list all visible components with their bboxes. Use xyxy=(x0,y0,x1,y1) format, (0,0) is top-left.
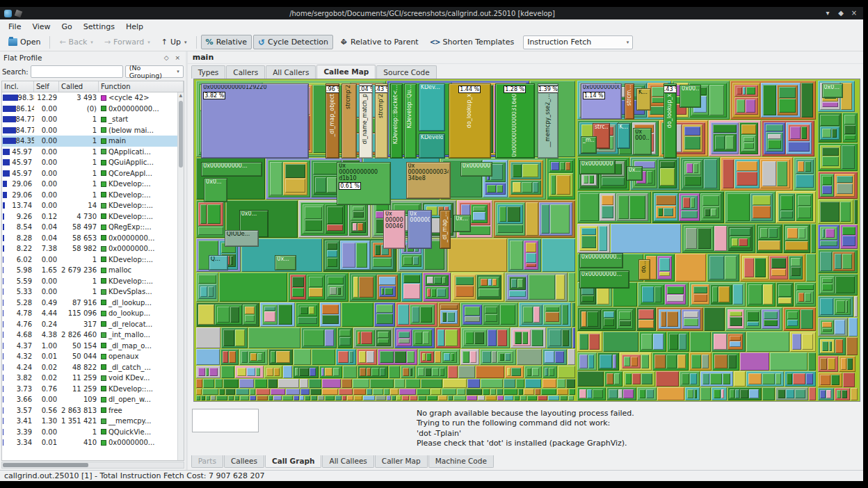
treemap-cell[interactable] xyxy=(623,389,634,398)
treemap-cell[interactable] xyxy=(791,258,801,266)
treemap-cell[interactable] xyxy=(198,202,223,226)
treemap-cell[interactable] xyxy=(490,389,496,395)
treemap-cell[interactable] xyxy=(760,159,790,188)
treemap-cell[interactable] xyxy=(677,355,686,368)
treemap-function-cell[interactable]: 0x... xyxy=(275,255,296,270)
treemap-cell[interactable] xyxy=(521,304,542,325)
treemap-cell[interactable] xyxy=(513,182,522,193)
treemap-cell[interactable] xyxy=(680,371,700,387)
treemap-cell[interactable] xyxy=(844,125,855,134)
treemap-cell[interactable] xyxy=(396,330,412,345)
treemap-function-cell[interactable]: 0x... xyxy=(453,215,471,232)
treemap-cell[interactable] xyxy=(792,334,802,350)
treemap-cell[interactable] xyxy=(357,332,360,343)
treemap-cell[interactable] xyxy=(325,241,339,270)
treemap-cell[interactable] xyxy=(588,355,593,368)
treemap-cell[interactable] xyxy=(379,286,396,297)
treemap-cell[interactable] xyxy=(415,332,422,343)
treemap-cell[interactable] xyxy=(714,226,727,251)
treemap-cell[interactable] xyxy=(820,227,837,240)
treemap-cell[interactable] xyxy=(240,396,249,400)
treemap-cell[interactable] xyxy=(427,396,437,400)
treemap-cell[interactable] xyxy=(374,302,394,327)
treemap-cell[interactable] xyxy=(808,352,816,371)
treemap-cell[interactable] xyxy=(777,85,798,115)
treemap-cell[interactable] xyxy=(732,238,738,246)
treemap-cell[interactable] xyxy=(747,311,759,321)
treemap-cell[interactable] xyxy=(686,163,693,173)
treemap-cell[interactable] xyxy=(842,227,855,234)
treemap-cell[interactable] xyxy=(376,396,386,400)
treemap-cell[interactable] xyxy=(727,193,750,221)
treemap-cell[interactable] xyxy=(709,256,725,279)
table-row[interactable]: 4.371.0050 154_dl_map_o... xyxy=(2,341,184,352)
treemap-cell[interactable] xyxy=(492,279,497,286)
treemap-canvas[interactable]: 0x00000000001292203.82 %1.96 %_dl_map_ob… xyxy=(195,80,859,400)
treemap-cell[interactable] xyxy=(820,241,837,246)
treemap-cell[interactable] xyxy=(659,258,670,271)
treemap-cell[interactable] xyxy=(465,332,474,343)
treemap-cell[interactable] xyxy=(777,161,787,186)
treemap-cell[interactable] xyxy=(268,396,273,400)
treemap-cell[interactable] xyxy=(660,161,675,168)
treemap-cell[interactable] xyxy=(463,330,487,345)
treemap-cell[interactable] xyxy=(762,161,777,186)
treemap-cell[interactable] xyxy=(381,288,384,295)
treemap-cell[interactable] xyxy=(730,228,750,236)
treemap-cell[interactable] xyxy=(353,223,357,230)
table-row[interactable]: 5.330.001KDevSplas... xyxy=(2,286,184,298)
treemap-function-cell[interactable]: KDevelop::Qu... xyxy=(404,83,417,158)
treemap-function-cell[interactable]: 0x 000000... xyxy=(408,210,431,249)
treemap-cell[interactable] xyxy=(392,396,396,400)
treemap-cell[interactable] xyxy=(448,396,453,400)
treemap-cell[interactable] xyxy=(820,145,841,169)
treemap-cell[interactable] xyxy=(298,317,318,325)
treemap-cell[interactable] xyxy=(440,368,444,375)
treemap-cell[interactable] xyxy=(207,204,220,224)
treemap-cell[interactable] xyxy=(353,211,364,218)
treemap-cell[interactable] xyxy=(300,379,309,388)
treemap-cell[interactable] xyxy=(198,284,216,299)
treemap-cell[interactable] xyxy=(458,366,475,377)
treemap-cell[interactable] xyxy=(290,275,306,300)
treemap-cell[interactable] xyxy=(728,387,762,400)
treemap-function-cell[interactable]: 0x 000... xyxy=(633,128,652,155)
treemap-cell[interactable] xyxy=(442,277,446,284)
treemap-cell[interactable] xyxy=(535,389,540,395)
treemap-cell[interactable] xyxy=(711,209,717,216)
treemap-cell[interactable] xyxy=(589,175,593,184)
treemap-cell[interactable] xyxy=(292,277,304,288)
treemap-cell[interactable] xyxy=(548,396,559,400)
treemap-cell[interactable] xyxy=(818,388,834,400)
treemap-function-cell[interactable]: 0x0... xyxy=(822,83,844,98)
treemap-cell[interactable] xyxy=(221,327,248,348)
tab-machine-code[interactable]: Machine Code xyxy=(428,455,494,468)
treemap-cell[interactable] xyxy=(558,366,575,377)
treemap-cell[interactable] xyxy=(361,332,372,343)
treemap-cell[interactable] xyxy=(822,102,838,108)
treemap-function-cell[interactable]: 0x00000000... xyxy=(579,160,616,174)
table-row[interactable]: 3.570.562 863 813free xyxy=(2,405,184,416)
treemap-function-cell[interactable]: 0x... xyxy=(627,166,643,180)
treemap-cell[interactable] xyxy=(840,202,851,222)
treemap-cell[interactable] xyxy=(745,309,761,329)
treemap-cell[interactable] xyxy=(518,389,523,395)
treemap-cell[interactable] xyxy=(837,390,841,398)
treemap-cell[interactable] xyxy=(733,284,743,305)
treemap-cell[interactable] xyxy=(416,366,447,377)
treemap-cell[interactable] xyxy=(560,162,565,171)
treemap-cell[interactable] xyxy=(820,339,835,353)
treemap-cell[interactable] xyxy=(355,330,375,345)
treemap-function-cell[interactable]: 0x 00000000000 d1b100.61 % xyxy=(337,162,391,205)
treemap-cell[interactable] xyxy=(778,193,795,221)
treemap-cell[interactable] xyxy=(526,253,536,263)
treemap-cell[interactable] xyxy=(826,229,835,238)
treemap-cell[interactable] xyxy=(820,202,840,222)
treemap-function-cell[interactable]: K... xyxy=(617,123,630,149)
treemap-cell[interactable] xyxy=(704,307,725,331)
treemap-cell[interactable] xyxy=(196,396,200,400)
treemap-cell[interactable] xyxy=(647,171,652,184)
treemap-cell[interactable] xyxy=(798,161,804,172)
treemap-cell[interactable] xyxy=(842,254,852,269)
treemap-cell[interactable] xyxy=(349,351,353,363)
